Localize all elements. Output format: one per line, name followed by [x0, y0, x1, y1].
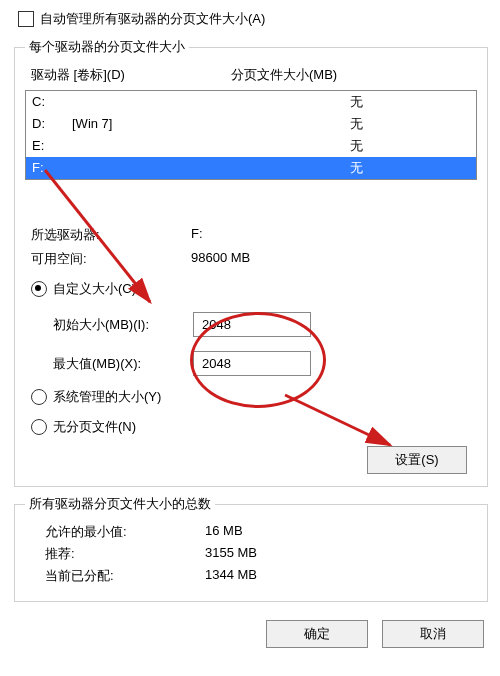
min-allowed-label: 允许的最小值: — [45, 523, 205, 541]
radio-no-pagefile[interactable] — [31, 419, 47, 435]
current-alloc-value: 1344 MB — [205, 567, 471, 585]
drive-pf: 无 — [242, 115, 470, 133]
drive-label — [72, 159, 242, 177]
per-drive-legend: 每个驱动器的分页文件大小 — [25, 38, 189, 56]
totals-legend: 所有驱动器分页文件大小的总数 — [25, 495, 215, 513]
drive-letter: F: — [32, 159, 72, 177]
radio-system-label: 系统管理的大小(Y) — [53, 388, 161, 406]
initial-size-label: 初始大小(MB)(I): — [53, 316, 193, 334]
avail-space-label: 可用空间: — [31, 250, 191, 268]
radio-none-label: 无分页文件(N) — [53, 418, 136, 436]
radio-custom-size[interactable] — [31, 281, 47, 297]
initial-size-input[interactable] — [193, 312, 311, 337]
header-drive: 驱动器 [卷标](D) — [31, 66, 231, 84]
max-size-label: 最大值(MB)(X): — [53, 355, 193, 373]
drive-pf: 无 — [242, 137, 470, 155]
cancel-button[interactable]: 取消 — [382, 620, 484, 648]
drive-row[interactable]: E: 无 — [26, 135, 476, 157]
drive-row[interactable]: D: [Win 7] 无 — [26, 113, 476, 135]
radio-system-managed[interactable] — [31, 389, 47, 405]
drive-row[interactable]: F: 无 — [26, 157, 476, 179]
drive-pf: 无 — [242, 93, 470, 111]
auto-manage-checkbox[interactable] — [18, 11, 34, 27]
ok-button[interactable]: 确定 — [266, 620, 368, 648]
current-alloc-label: 当前已分配: — [45, 567, 205, 585]
per-drive-group: 每个驱动器的分页文件大小 驱动器 [卷标](D) 分页文件大小(MB) C: 无… — [14, 38, 488, 487]
recommended-value: 3155 MB — [205, 545, 471, 563]
drive-row[interactable]: C: 无 — [26, 91, 476, 113]
header-pagefile: 分页文件大小(MB) — [231, 66, 471, 84]
selected-drive-value: F: — [191, 226, 477, 244]
drive-list[interactable]: C: 无 D: [Win 7] 无 E: 无 F: 无 — [25, 90, 477, 180]
min-allowed-value: 16 MB — [205, 523, 471, 541]
selected-drive-label: 所选驱动器: — [31, 226, 191, 244]
radio-custom-label: 自定义大小(C): — [53, 280, 140, 298]
drive-letter: E: — [32, 137, 72, 155]
drive-pf: 无 — [242, 159, 470, 177]
drive-label — [72, 137, 242, 155]
auto-manage-label: 自动管理所有驱动器的分页文件大小(A) — [40, 10, 265, 28]
avail-space-value: 98600 MB — [191, 250, 477, 268]
drive-letter: D: — [32, 115, 72, 133]
drive-label — [72, 93, 242, 111]
set-button[interactable]: 设置(S) — [367, 446, 467, 474]
totals-group: 所有驱动器分页文件大小的总数 允许的最小值: 16 MB 推荐: 3155 MB… — [14, 495, 488, 602]
max-size-input[interactable] — [193, 351, 311, 376]
drive-letter: C: — [32, 93, 72, 111]
drive-label: [Win 7] — [72, 115, 242, 133]
recommended-label: 推荐: — [45, 545, 205, 563]
